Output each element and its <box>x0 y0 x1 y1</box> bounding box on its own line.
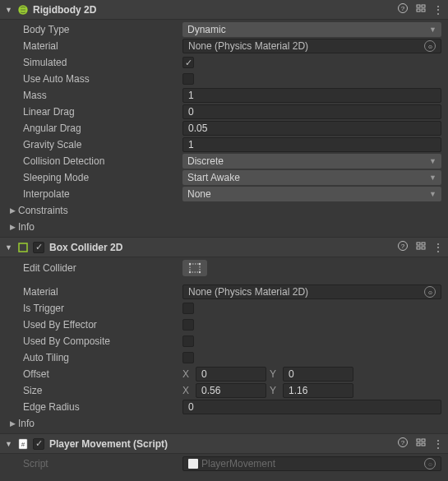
body-type-label: Body Type <box>23 24 182 35</box>
svg-rect-15 <box>190 264 200 272</box>
svg-point-16 <box>189 263 191 265</box>
size-x-field[interactable]: 0.56 <box>196 383 266 398</box>
boxcollider-enable-checkbox[interactable]: ✓ <box>33 242 44 253</box>
fold-icon[interactable]: ▼ <box>5 440 13 448</box>
angular-drag-label: Angular Drag <box>23 123 182 134</box>
svg-text:?: ? <box>401 243 405 250</box>
help-icon[interactable]: ? <box>397 240 409 254</box>
size-label: Size <box>23 385 182 396</box>
svg-rect-11 <box>417 243 420 245</box>
rigidbody-icon <box>16 3 30 16</box>
boxcollider-material-field[interactable]: None (Physics Material 2D)⊙ <box>182 284 441 299</box>
sleeping-mode-dropdown[interactable]: Start Awake▼ <box>182 170 441 185</box>
size-y-label[interactable]: Y <box>270 385 279 396</box>
object-picker-icon[interactable]: ⊙ <box>424 286 436 298</box>
edge-radius-field[interactable]: 0 <box>182 400 441 414</box>
svg-rect-12 <box>422 243 425 245</box>
info-foldout[interactable]: ▶Info <box>0 219 448 235</box>
collision-detection-label: Collision Detection <box>23 155 182 167</box>
rigidbody-body: Body Type Dynamic▼ Material None (Physic… <box>0 20 448 237</box>
boxcollider-material-label: Material <box>23 286 182 298</box>
chevron-down-icon: ▼ <box>429 157 436 165</box>
boxcollider-title: Box Collider 2D <box>49 242 397 253</box>
playermovement-body: Script PlayerMovement⊙ <box>0 454 448 474</box>
svg-text:?: ? <box>401 439 405 446</box>
svg-point-17 <box>199 263 201 265</box>
rigidbody-title: Rigidbody 2D <box>33 4 397 16</box>
object-picker-icon[interactable]: ⊙ <box>424 40 436 52</box>
svg-text:#: # <box>21 441 25 448</box>
interpolate-dropdown[interactable]: None▼ <box>182 187 441 201</box>
preset-icon[interactable] <box>415 2 427 16</box>
material-label: Material <box>23 40 182 52</box>
svg-rect-7 <box>422 9 425 12</box>
menu-icon[interactable]: ⋮ <box>433 4 443 16</box>
simulated-checkbox[interactable]: ✓ <box>182 57 194 68</box>
preset-icon[interactable] <box>415 437 427 451</box>
simulated-label: Simulated <box>23 57 182 68</box>
size-x-label[interactable]: X <box>182 385 192 396</box>
svg-point-19 <box>199 271 201 273</box>
edit-collider-button[interactable] <box>182 260 207 276</box>
body-type-dropdown[interactable]: Dynamic▼ <box>182 22 441 37</box>
svg-rect-14 <box>422 247 425 249</box>
playermovement-header[interactable]: ▼ # ✓ Player Movement (Script) ? ⋮ <box>0 434 448 454</box>
svg-rect-27 <box>422 443 425 446</box>
preset-icon[interactable] <box>415 240 427 254</box>
edge-radius-label: Edge Radius <box>23 401 182 413</box>
linear-drag-field[interactable]: 0 <box>182 104 441 119</box>
script-label: Script <box>23 458 182 469</box>
chevron-down-icon: ▼ <box>429 190 436 198</box>
constraints-foldout[interactable]: ▶Constraints <box>0 202 448 219</box>
gravity-scale-field[interactable]: 1 <box>182 137 441 152</box>
material-field[interactable]: None (Physics Material 2D)⊙ <box>182 39 441 53</box>
svg-text:?: ? <box>401 5 405 12</box>
help-icon[interactable]: ? <box>397 437 409 451</box>
chevron-down-icon: ▼ <box>429 173 436 182</box>
menu-icon[interactable]: ⋮ <box>433 438 443 450</box>
collision-detection-dropdown[interactable]: Discrete▼ <box>182 154 441 169</box>
playermovement-enable-checkbox[interactable]: ✓ <box>33 438 44 450</box>
mass-field[interactable]: 1 <box>182 88 441 103</box>
svg-rect-8 <box>19 243 27 252</box>
help-icon[interactable]: ? <box>397 2 409 16</box>
boxcollider-header[interactable]: ▼ ✓ Box Collider 2D ? ⋮ <box>0 238 448 257</box>
fold-icon[interactable]: ▼ <box>5 6 13 14</box>
auto-tiling-checkbox[interactable] <box>182 352 194 363</box>
auto-tiling-label: Auto Tiling <box>23 352 182 363</box>
rigidbody-header[interactable]: ▼ Rigidbody 2D ? ⋮ <box>0 0 448 20</box>
svg-rect-6 <box>417 9 420 12</box>
fold-icon[interactable]: ▼ <box>5 243 13 252</box>
svg-point-18 <box>189 271 191 273</box>
offset-x-field[interactable]: 0 <box>196 367 266 382</box>
size-y-field[interactable]: 1.16 <box>283 383 353 398</box>
arrow-right-icon: ▶ <box>10 419 18 428</box>
svg-rect-4 <box>417 5 420 7</box>
boxcollider-body: Edit Collider Material None (Physics Mat… <box>0 257 448 433</box>
is-trigger-checkbox[interactable] <box>182 303 194 314</box>
interpolate-label: Interpolate <box>23 188 182 200</box>
use-auto-mass-label: Use Auto Mass <box>23 73 182 85</box>
arrow-right-icon: ▶ <box>10 223 18 231</box>
offset-label: Offset <box>23 368 182 380</box>
sleeping-mode-label: Sleeping Mode <box>23 172 182 183</box>
offset-x-label[interactable]: X <box>182 368 192 380</box>
arrow-right-icon: ▶ <box>10 206 18 215</box>
chevron-down-icon: ▼ <box>429 25 436 34</box>
offset-y-label[interactable]: Y <box>270 368 279 380</box>
svg-rect-24 <box>417 439 420 442</box>
svg-rect-26 <box>417 443 420 446</box>
used-by-effector-label: Used By Effector <box>23 319 182 331</box>
used-by-effector-checkbox[interactable] <box>182 319 194 331</box>
gravity-scale-label: Gravity Scale <box>23 139 182 150</box>
boxcollider-info-foldout[interactable]: ▶Info <box>0 415 448 432</box>
used-by-composite-checkbox[interactable] <box>182 335 194 347</box>
use-auto-mass-checkbox[interactable] <box>182 73 194 85</box>
script-icon: # <box>16 437 30 451</box>
angular-drag-field[interactable]: 0.05 <box>182 121 441 136</box>
offset-y-field[interactable]: 0 <box>283 367 353 382</box>
used-by-composite-label: Used By Composite <box>23 335 182 347</box>
menu-icon[interactable]: ⋮ <box>433 242 443 253</box>
linear-drag-label: Linear Drag <box>23 106 182 118</box>
playermovement-title: Player Movement (Script) <box>49 438 397 450</box>
